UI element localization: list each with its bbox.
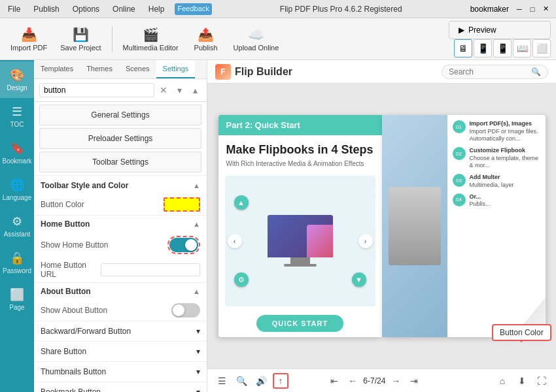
step-item-2: 02 Customize Flipbook Choose a template,… [453,147,540,170]
home-bottom-button[interactable]: ⌂ [495,373,510,389]
step-circle-4: 04 [453,193,466,206]
toolbar-right: ▶ Preview 🖥 📱 📱 📖 ⬜ [449,21,551,57]
button-color-swatch[interactable] [164,197,200,212]
about-button-label: About Button [41,287,91,296]
thumbnails-button-label: Thumbnails Button [41,367,106,376]
search-up-button[interactable]: ▴ [188,84,201,97]
circle-btn-2[interactable]: ▲ [234,195,249,210]
next-page-button[interactable]: → [388,373,404,389]
tab-settings[interactable]: Settings [156,60,196,78]
circle-btn-1[interactable]: ⚙ [234,272,249,287]
toolbar-separator [112,26,113,52]
mobile-view-button[interactable]: 📱 [493,39,512,57]
share-button-chevron: ▾ [196,347,200,356]
flip-logo-icon: F [215,64,231,80]
clear-search-button[interactable]: ✕ [157,84,170,97]
panel-search-bar: ✕ ▾ ▴ [34,79,207,102]
flip-search-icon[interactable]: 🔍 [531,67,541,76]
show-about-button-row: Show About Button [34,300,207,321]
circle-btn-3[interactable]: ▼ [352,272,366,287]
maximize-button[interactable]: □ [527,4,538,14]
preloader-settings-button[interactable]: Preloader Settings [39,128,201,149]
sidebar-item-language[interactable]: 🌐 Language [0,171,34,208]
bookmark-button-section[interactable]: Bookmark Button ▾ [34,382,207,392]
prev-page-button[interactable]: ← [345,373,360,389]
sidebar-item-toc[interactable]: ☰ TOC [0,98,34,135]
show-home-button-toggle[interactable] [169,238,198,252]
share-button-section[interactable]: Share Button ▾ [34,341,207,361]
preview-button[interactable]: ▶ Preview [449,21,551,39]
last-page-button[interactable]: ⇥ [406,373,422,389]
import-pdf-button[interactable]: 📥 Import PDF [5,24,52,54]
menu-bar[interactable]: File Publish Options Online Help Feedbac… [5,3,212,15]
sidebar-item-design[interactable]: 🎨 Design [0,61,34,98]
book-nav-right[interactable]: › [358,234,373,248]
backward-forward-button-section[interactable]: Backward/Forward Button ▾ [34,321,207,341]
assistant-icon: ⚙ [12,214,22,229]
zoom-button[interactable]: 🔍 [234,373,249,389]
book-subtitle: With Rich Interactive Media & Animation … [218,160,382,172]
search-input[interactable] [39,83,154,97]
toc-bottom-button[interactable]: ☰ [214,373,230,389]
book-left-page: Part 2: Quick Start Make Flipbooks in 4 … [218,115,382,337]
sidebar-item-page[interactable]: ⬜ Page [0,281,34,318]
step-text-4: Or... Publis... [470,193,491,208]
minimize-button[interactable]: ─ [514,4,525,14]
save-project-button[interactable]: 💾 Save Project [55,24,106,54]
menu-help[interactable]: Help [146,3,167,15]
sidebar-item-assistant[interactable]: ⚙ Assistant [0,208,34,244]
window-controls[interactable]: ─ □ ✕ [514,4,551,14]
upload-online-button[interactable]: ☁️ Upload Online [228,24,285,54]
fullscreen-view-button[interactable]: ⬜ [532,39,551,57]
step-circle-2: 02 [453,147,466,160]
book-view-button[interactable]: 📖 [513,39,531,57]
book-nav-left[interactable]: ‹ [228,234,242,248]
multimedia-icon: 🎬 [143,27,159,42]
step-num-4: 04 [456,197,462,203]
desktop-view-button[interactable]: 🖥 [454,39,472,57]
settings-panel: Templates Themes Scenes Settings ✕ ▾ ▴ G… [34,60,207,392]
home-button-url-input[interactable] [101,263,200,276]
book-part-header: Part 2: Quick Start [218,115,382,135]
book-right-image [382,115,447,337]
thumbnails-button-section[interactable]: Thumbnails Button ▾ [34,361,207,382]
show-home-button-toggle-wrapper [167,236,200,254]
sidebar-item-bookmark[interactable]: 🔖 Bookmark [0,135,34,171]
general-settings-button[interactable]: General Settings [39,105,201,125]
menu-file[interactable]: File [5,3,23,15]
download-button[interactable]: ⬇ [514,373,530,389]
step-item-1: 01 Import PDF(s), Images Import PDF or I… [453,120,540,143]
search-down-button[interactable]: ▾ [173,84,186,97]
tab-scenes[interactable]: Scenes [119,60,156,78]
bottom-toolbar: ☰ 🔍 🔊 ↑ ⇤ ← 6-7/24 → ⇥ ⌂ ⬇ ⛶ [207,368,556,392]
tab-templates[interactable]: Templates [34,60,80,78]
publish-button[interactable]: 📤 Publish [186,24,226,54]
toolbar-settings-button[interactable]: Toolbar Settings [39,152,201,172]
multimedia-editor-button[interactable]: 🎬 Multimedia Editor [118,24,184,54]
home-button-chevron[interactable]: ▲ [193,220,200,228]
fullscreen-button[interactable]: ⛶ [534,373,549,389]
menu-options[interactable]: Options [70,3,102,15]
menu-publish[interactable]: Publish [31,3,61,15]
close-button[interactable]: ✕ [540,4,551,14]
toolbar-style-section-header[interactable]: Toolbar Style and Color ▲ [34,175,207,194]
audio-button[interactable]: 🔊 [253,373,269,389]
show-about-button-toggle[interactable] [171,303,200,318]
bookmark-icon: 🔖 [10,141,24,155]
feedback-button[interactable]: Feedback [175,3,211,15]
language-icon: 🌐 [10,178,24,192]
upload-icon: ☁️ [248,27,264,42]
sidebar-label-password: Password [3,267,31,274]
device-buttons[interactable]: 🖥 📱 📱 📖 ⬜ [454,39,551,57]
sidebar-label-design: Design [7,84,27,91]
tab-themes[interactable]: Themes [80,60,119,78]
about-button-chevron[interactable]: ▲ [193,287,200,295]
sidebar-item-password[interactable]: 🔒 Password [0,244,34,281]
step-circle-3: 03 [453,174,466,187]
flip-search-input[interactable] [449,67,527,76]
tablet-view-button[interactable]: 📱 [474,39,492,57]
menu-online[interactable]: Online [110,3,138,15]
first-page-button[interactable]: ⇤ [326,373,342,389]
share-bottom-button[interactable]: ↑ [273,373,288,389]
quick-start-button[interactable]: QUICK START [256,315,343,332]
